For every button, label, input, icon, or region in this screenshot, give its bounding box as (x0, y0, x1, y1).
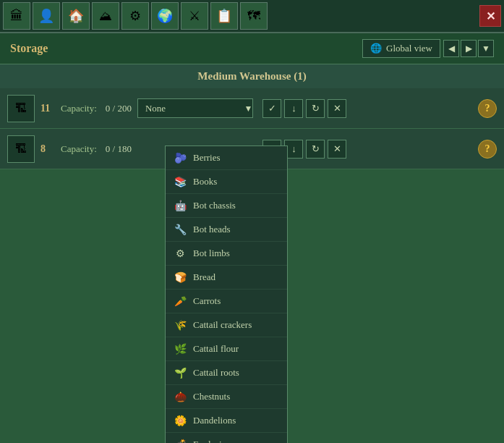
close-button[interactable]: ✕ (479, 5, 501, 27)
filter-dropdown-1[interactable]: None (137, 98, 253, 118)
dropdown-item-3[interactable]: 🔧Bot heads (166, 218, 287, 242)
row-number-1: 11 (40, 103, 55, 114)
dropdown-item-5[interactable]: 🍞Bread (166, 266, 287, 290)
dropdown-item-label-5: Bread (193, 271, 215, 283)
dropdown-item-label-0: Berries (193, 152, 221, 164)
dropdown-item-icon-12: 💣 (173, 437, 187, 443)
global-view-button[interactable]: 🌐 Global view (362, 39, 440, 58)
global-view-label: Global view (386, 43, 432, 54)
toolbar-icon-0[interactable]: 🏛 (3, 2, 30, 30)
dropdown-item-label-7: Cattail crackers (193, 319, 252, 331)
toolbar-icon-3[interactable]: ⛰ (92, 2, 119, 30)
dropdown-item-label-10: Chestnuts (193, 391, 230, 402)
dropdown-item-11[interactable]: 🌼Dandelions (166, 409, 287, 433)
dropdown-item-icon-9: 🌱 (173, 366, 187, 380)
action-close-btn-2[interactable]: ✕ (328, 140, 346, 159)
dropdown-item-icon-6: 🥕 (173, 294, 187, 308)
dropdown-item-2[interactable]: 🤖Bot chassis (166, 194, 287, 218)
capacity-value-2: 0 / 180 (106, 143, 132, 155)
dropdown-item-12[interactable]: 💣Explosives (166, 433, 287, 443)
dropdown-item-label-9: Cattail roots (193, 367, 239, 379)
action-buttons-1: ✓ ↓ ↻ ✕ (262, 99, 346, 118)
toolbar-icon-5[interactable]: 🌍 (151, 2, 179, 30)
dropdown-item-label-6: Carrots (193, 295, 221, 307)
dropdown-item-6[interactable]: 🥕Carrots (166, 290, 287, 313)
dropdown-item-9[interactable]: 🌱Cattail roots (166, 361, 287, 385)
dropdown-item-icon-3: 🔧 (173, 222, 187, 237)
action-refresh-btn-1[interactable]: ↻ (306, 99, 325, 118)
toolbar-icon-2[interactable]: 🏠 (62, 2, 90, 30)
dropdown-item-4[interactable]: ⚙Bot limbs (166, 242, 287, 266)
action-down-btn-1[interactable]: ↓ (284, 99, 303, 118)
dropdown-item-8[interactable]: 🌿Cattail flour (166, 337, 287, 361)
dropdown-item-label-3: Bot heads (193, 224, 231, 235)
dropdown-item-7[interactable]: 🌾Cattail crackers (166, 313, 287, 337)
dropdown-item-icon-10: 🌰 (173, 389, 187, 404)
nav-arrows: ◀ ▶ ▼ (443, 40, 494, 57)
nav-prev-button[interactable]: ◀ (443, 40, 459, 57)
action-check-btn-1[interactable]: ✓ (262, 99, 281, 118)
toolbar: 🏛 👤 🏠 ⛰ ⚙ 🌍 ⚔ 📋 🗺 ✕ (0, 0, 504, 33)
help-button-1[interactable]: ? (478, 99, 497, 118)
dropdown-item-icon-5: 🍞 (173, 270, 187, 284)
toolbar-icon-4[interactable]: ⚙ (121, 2, 149, 30)
dropdown-item-icon-7: 🌾 (173, 318, 187, 332)
action-refresh-btn-2[interactable]: ↻ (306, 140, 325, 159)
toolbar-icon-1[interactable]: 👤 (33, 2, 60, 30)
dropdown-item-10[interactable]: 🌰Chestnuts (166, 385, 287, 409)
help-button-2[interactable]: ? (478, 140, 497, 159)
dropdown-container-1: None ▼ (137, 98, 257, 118)
warehouse-icon-1: 🏗 (7, 95, 35, 122)
main-content: Storage 🌐 Global view ◀ ▶ ▼ Medium Wareh… (0, 33, 504, 443)
dropdown-item-label-1: Books (193, 176, 217, 187)
dropdown-list: 🫐Berries📚Books🤖Bot chassis🔧Bot heads⚙Bot… (165, 145, 288, 443)
dropdown-item-icon-0: 🫐 (173, 151, 187, 165)
dropdown-item-icon-4: ⚙ (173, 246, 187, 261)
toolbar-icon-8[interactable]: 🗺 (240, 2, 268, 30)
toolbar-icon-7[interactable]: 📋 (210, 2, 238, 30)
dropdown-item-label-8: Cattail flour (193, 343, 239, 355)
storage-header: Storage 🌐 Global view ◀ ▶ ▼ (0, 33, 504, 64)
capacity-value-1: 0 / 200 (106, 103, 132, 114)
dropdown-item-0[interactable]: 🫐Berries (166, 146, 287, 170)
dropdown-item-label-2: Bot chassis (193, 200, 236, 211)
capacity-label-1: Capacity: (61, 103, 97, 114)
dropdown-item-label-4: Bot limbs (193, 248, 230, 259)
nav-next-button[interactable]: ▶ (461, 40, 477, 57)
dropdown-item-icon-11: 🌼 (173, 413, 187, 428)
dropdown-item-icon-8: 🌿 (173, 342, 187, 356)
warehouse-row-1: 🏗 11 Capacity: 0 / 200 None ▼ ✓ ↓ ↻ ✕ ? (0, 88, 504, 129)
storage-title: Storage (10, 42, 48, 55)
capacity-label-2: Capacity: (61, 143, 97, 155)
dropdown-item-label-12: Explosives (193, 439, 234, 443)
dropdown-item-1[interactable]: 📚Books (166, 170, 287, 194)
action-close-btn-1[interactable]: ✕ (328, 99, 346, 118)
dropdown-item-icon-2: 🤖 (173, 198, 187, 213)
warehouse-icon-2: 🏗 (7, 135, 35, 163)
warehouse-title: Medium Warehouse (1) (0, 64, 504, 88)
dropdown-item-icon-1: 📚 (173, 174, 187, 189)
dropdown-item-label-11: Dandelions (193, 415, 236, 426)
nav-down-button[interactable]: ▼ (478, 40, 494, 57)
row-number-2: 8 (40, 143, 55, 155)
globe-icon: 🌐 (370, 43, 382, 54)
toolbar-icon-6[interactable]: ⚔ (181, 2, 208, 30)
